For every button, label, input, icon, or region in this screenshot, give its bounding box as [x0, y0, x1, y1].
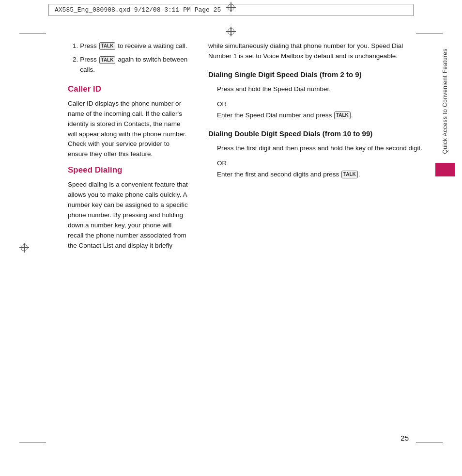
call-waiting-list: 1. Press TALK to receive a waiting call.… — [68, 41, 189, 75]
caller-id-title: Caller ID — [68, 84, 189, 94]
double-digit-text1: Press the first digit and then press and… — [217, 143, 423, 154]
speed-dialing-title: Speed Dialing — [68, 165, 189, 175]
sidebar-label: Quick Access to Convenient Features — [442, 48, 448, 154]
left-column: 1. Press TALK to receive a waiting call.… — [68, 41, 199, 435]
double-digit-block1: Press the first digit and then press and… — [208, 143, 423, 154]
double-or1: OR — [217, 159, 423, 167]
reg-mark-left — [19, 243, 29, 253]
talk-button-1: TALK — [99, 42, 116, 50]
talk-button-2: TALK — [99, 56, 116, 64]
intro-text: while simultaneously dialing that phone … — [208, 41, 423, 62]
reg-mark-top — [226, 2, 236, 12]
right-column: while simultaneously dialing that phone … — [199, 41, 423, 435]
double-digit-text2: Enter the first and second digits and pr… — [217, 170, 423, 180]
rule-bottom-left — [19, 443, 46, 443]
single-digit-block2: Enter the Speed Dial number and press TA… — [208, 111, 423, 121]
single-or1: OR — [217, 100, 423, 108]
list-item-2: 2. Press TALK again to switch between ca… — [73, 55, 189, 75]
sidebar-accent — [435, 163, 455, 176]
sidebar: Quick Access to Convenient Features — [428, 0, 462, 476]
single-digit-heading: Dialing Single Digit Speed Dials (from 2… — [208, 69, 423, 79]
caller-id-body: Caller ID displays the phone number or n… — [68, 99, 189, 160]
page-number: 25 — [400, 434, 409, 442]
rule-top-left — [19, 33, 46, 33]
speed-dialing-body: Speed dialing is a convenient feature th… — [68, 180, 189, 251]
talk-button-3: TALK — [334, 111, 351, 119]
list-item-1: 1. Press TALK to receive a waiting call. — [73, 41, 189, 51]
double-digit-heading: Dialing Double Digit Speed Dials (from 1… — [208, 128, 423, 139]
single-digit-text1: Press and hold the Speed Dial number. — [217, 84, 423, 95]
talk-button-4: TALK — [341, 171, 358, 178]
single-digit-block1: Press and hold the Speed Dial number. — [208, 84, 423, 95]
reg-mark-bottom — [226, 27, 236, 36]
single-digit-text2: Enter the Speed Dial number and press TA… — [217, 111, 423, 121]
main-content: 1. Press TALK to receive a waiting call.… — [68, 41, 423, 435]
double-digit-block2: Enter the first and second digits and pr… — [208, 170, 423, 180]
